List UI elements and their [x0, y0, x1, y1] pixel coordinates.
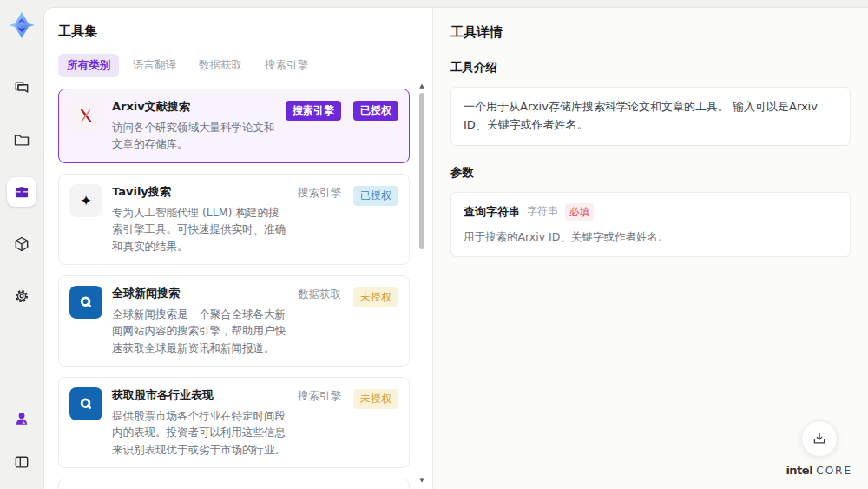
tool-card-text: Arxiv文献搜索 访问各个研究领域大量科学论文和文章的存储库。	[112, 99, 276, 153]
tool-name: 获取股市各行业表现	[112, 387, 288, 403]
chat-icon[interactable]	[7, 73, 36, 102]
tool-description: 提供股票市场各个行业在特定时间段内的表现。投资者可以利用这些信息来识别表现优于或…	[112, 407, 288, 458]
tool-description: 专为人工智能代理 (LLM) 构建的搜索引擎工具。可快速提供实时、准确和真实的结…	[112, 204, 288, 254]
scrollbar[interactable]: ▲ ▼	[418, 83, 426, 484]
download-button[interactable]	[801, 420, 838, 457]
tool-card[interactable]: ✦ 获取市场最活跃股票信息 提供当天交易量最高的股票列表，投资者可以利用这些信息…	[58, 479, 410, 489]
user-icon[interactable]	[7, 404, 36, 433]
gear-icon[interactable]	[7, 281, 36, 311]
blue-search-app-icon	[69, 286, 102, 319]
cube-icon[interactable]	[7, 229, 36, 259]
tool-card[interactable]: ✦ 全球新闻搜索 全球新闻搜索是一个聚合全球各大新闻网站内容的搜索引擎，帮助用户…	[58, 275, 410, 367]
main-surface: 工具集 所有类别语言翻译数据获取搜索引擎 ✦	[43, 7, 868, 489]
category-tabs: 所有类别语言翻译数据获取搜索引擎	[58, 54, 410, 77]
tool-card-text: 获取股市各行业表现 提供股票市场各个行业在特定时间段内的表现。投资者可以利用这些…	[112, 387, 288, 458]
auth-status-badge: 未授权	[353, 287, 398, 307]
sidebar-bottom	[7, 404, 36, 477]
category-label: 数据获取	[298, 287, 341, 302]
tool-description: 全球新闻搜索是一个聚合全球各大新闻网站内容的搜索引擎，帮助用户快速获取全球最新资…	[112, 306, 288, 356]
core-wordmark: CORE	[816, 465, 852, 477]
scroll-up-icon[interactable]: ▲	[419, 83, 424, 89]
app-root: 工具集 所有类别语言翻译数据获取搜索引擎 ✦	[0, 0, 868, 489]
tool-card-meta: 数据获取 未授权	[298, 286, 398, 356]
details-title: 工具详情	[450, 24, 851, 41]
category-label: 搜索引擎	[298, 389, 341, 404]
auth-status-badge: 未授权	[353, 389, 398, 409]
tool-name: Arxiv文献搜索	[112, 99, 276, 115]
tool-card-meta: 搜索引擎 未授权	[298, 387, 398, 458]
tool-name: 全球新闻搜索	[112, 286, 288, 301]
folder-icon[interactable]	[7, 125, 36, 155]
tool-details-panel: 工具详情 工具介绍 一个用于从Arxiv存储库搜索科学论文和文章的工具。 输入可…	[432, 8, 868, 489]
parameter-name: 查询字符串	[464, 203, 520, 221]
sidebar	[0, 0, 43, 489]
tab-category-3[interactable]: 搜索引擎	[256, 54, 317, 77]
category-label: 搜索引擎	[286, 101, 341, 121]
blue-search-app-icon	[69, 387, 102, 420]
scroll-track[interactable]	[419, 89, 424, 477]
scroll-down-icon[interactable]: ▼	[419, 477, 424, 484]
tool-card[interactable]: ✦ 获取股市各行业表现 提供股票市场各个行业在特定时间段内的表现。投资者可以利用…	[58, 377, 410, 468]
tab-all-categories[interactable]: 所有类别	[58, 54, 119, 77]
tab-category-2[interactable]: 数据获取	[190, 54, 251, 77]
tool-card-list: ✦ Arxiv文献搜索 访问各个研究领域大量科学论文和文章的存储库。	[58, 89, 410, 489]
parameter-type: 字符串	[527, 203, 558, 220]
tool-description: 访问各个研究领域大量科学论文和文章的存储库。	[112, 119, 276, 153]
tool-name: Tavily搜索	[112, 184, 288, 200]
intel-core-logo: intel CORE	[786, 464, 852, 477]
page-title: 工具集	[58, 23, 410, 40]
sidebar-nav	[7, 73, 36, 311]
params-heading: 参数	[450, 165, 851, 181]
tool-card-meta: 搜索引擎 已授权	[286, 99, 398, 153]
category-label: 搜索引擎	[298, 186, 341, 201]
intro-heading: 工具介绍	[450, 60, 851, 76]
auth-status-badge: 已授权	[353, 186, 398, 206]
arxiv-logo-icon	[69, 99, 102, 132]
briefcase-icon[interactable]	[7, 177, 36, 207]
panel-toggle-icon[interactable]	[7, 447, 36, 477]
tool-card-text: 全球新闻搜索 全球新闻搜索是一个聚合全球各大新闻网站内容的搜索引擎，帮助用户快速…	[112, 286, 288, 356]
intel-wordmark: intel	[786, 464, 812, 477]
required-badge: 必填	[565, 203, 594, 221]
scroll-thumb[interactable]	[419, 93, 424, 249]
app-logo-icon	[7, 10, 36, 40]
tavily-star-icon: ✦	[69, 184, 102, 217]
tool-card-meta: 搜索引擎 已授权	[298, 184, 398, 254]
corner-widgets: intel CORE	[786, 420, 852, 477]
parameter-card: 查询字符串 字符串 必填 用于搜索的Arxiv ID、关键字或作者姓名。	[450, 192, 851, 258]
parameter-header: 查询字符串 字符串 必填	[464, 203, 838, 221]
tools-panel: 工具集 所有类别语言翻译数据获取搜索引擎 ✦	[44, 8, 432, 489]
tool-card-text: Tavily搜索 专为人工智能代理 (LLM) 构建的搜索引擎工具。可快速提供实…	[112, 184, 288, 254]
tab-category-1[interactable]: 语言翻译	[124, 54, 185, 77]
parameter-description: 用于搜索的Arxiv ID、关键字或作者姓名。	[464, 228, 838, 246]
tool-card[interactable]: ✦ Tavily搜索 专为人工智能代理 (LLM) 构建的搜索引擎工具。可快速提…	[58, 174, 410, 265]
auth-status-badge: 已授权	[353, 101, 398, 121]
tool-intro-text: 一个用于从Arxiv存储库搜索科学论文和文章的工具。 输入可以是Arxiv ID…	[450, 87, 851, 146]
tool-card[interactable]: ✦ Arxiv文献搜索 访问各个研究领域大量科学论文和文章的存储库。	[58, 89, 410, 163]
